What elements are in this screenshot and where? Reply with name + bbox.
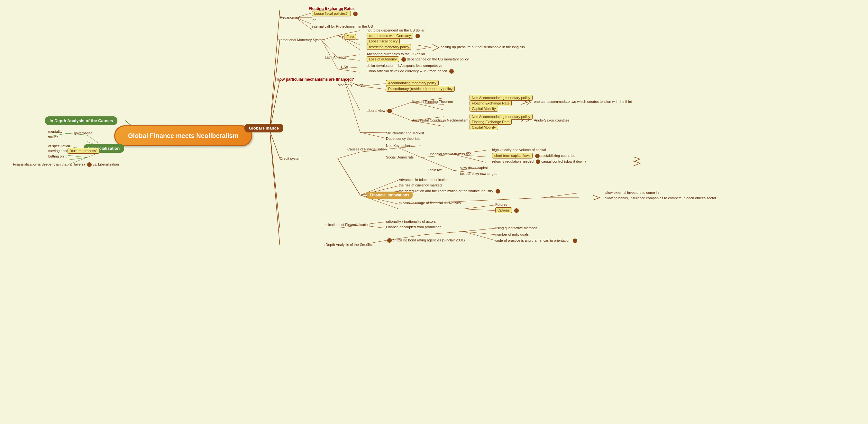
info-icon-12 <box>87 162 92 167</box>
global-finance-node: Global Finance <box>244 124 283 132</box>
reform-regulation-node: reform / regulation needed capital contr… <box>492 159 586 164</box>
number-of-individuals-node: number of individuals <box>495 232 529 236</box>
info-icon-7 <box>536 159 540 164</box>
anchoring-node: Anchoring currencies to the US dollar <box>367 52 425 56</box>
cultural-process-node: "cultural process" <box>67 149 99 153</box>
easing-up-node: easing up pressure but not sustainable i… <box>441 45 525 49</box>
svg-line-73 <box>463 231 495 235</box>
betting-on-it-node: betting on it <box>48 154 67 158</box>
restricted-monetary-policy-node: restricted monetary policy <box>367 45 411 49</box>
svg-line-85 <box>67 158 87 160</box>
causes-finacialisation-node: Causes of Finacialisation <box>347 147 386 151</box>
floating-exchange-rate-1-node: Floating Exchange Rate <box>469 101 512 105</box>
central-node: Global Finance meets Neoliberalism <box>114 125 252 146</box>
deregulation-node: the deregulation and the liberalization … <box>399 189 500 194</box>
svg-line-13 <box>296 18 312 30</box>
successful-country-node: Successful Country in Neoliberalism <box>412 118 468 122</box>
floating-exchange-rates-node: Floating Exchange Rates <box>309 6 355 11</box>
non-accomodating-1-node: Non Accommodating monetary policy <box>469 96 533 100</box>
svg-line-53 <box>338 159 360 195</box>
capital-mobility-2-node: Capital Mobility <box>469 125 498 129</box>
anglo-saxon-node: Anglo-Saxon countries <box>534 118 569 122</box>
social-democrats-node: Social Democrats <box>386 155 413 159</box>
neo-keynesians-node: Neo Keynesians <box>386 144 412 148</box>
info-icon-5 <box>388 109 392 113</box>
latin-america-node: Latin America <box>325 55 346 59</box>
loose-fiscal-policies-node: Loose fiscal policies?! <box>312 11 358 16</box>
code-of-practice-node: code of practice is anglo-american in or… <box>495 238 577 243</box>
credit-system-node: Credit system <box>280 157 301 160</box>
usa-node: USA <box>341 65 348 69</box>
rise-of-currency-node: the rise of currency markets <box>399 183 442 187</box>
svg-line-24 <box>321 40 338 69</box>
svg-line-4 <box>270 40 280 127</box>
tax-currency-node: tax currency exchanges <box>460 172 497 175</box>
financial-architecture-node: Financial architecture is fine <box>428 152 471 156</box>
finance-decoupled-node: Finance decoupled from production <box>386 225 441 229</box>
svg-line-26 <box>338 69 360 72</box>
in-depth-analysis-left: In Depth Analysis of the Causes <box>45 117 117 125</box>
tobin-tax-node: Tobin tax <box>428 168 442 172</box>
svg-line-64 <box>463 209 495 210</box>
svg-line-3 <box>270 10 280 125</box>
svg-line-8 <box>270 135 280 245</box>
svg-line-28 <box>360 84 386 86</box>
info-icon-10 <box>387 238 392 243</box>
svg-line-41 <box>360 132 386 138</box>
implications-node: Implications of Financialisation <box>321 223 370 227</box>
svg-line-29 <box>360 86 386 89</box>
svg-line-20 <box>416 47 431 50</box>
compromise-germany-node: compromise with Germany <box>367 34 420 38</box>
floating-exchange-rate-2-node: Floating Exchange Rate <box>469 120 512 124</box>
info-icon-8 <box>496 189 500 194</box>
not-dependent-node: not to be dependent on the US dollar <box>367 28 425 32</box>
dollar-devaluation-node: dollar devaluation – LA exports less com… <box>367 64 442 67</box>
info-icon-2 <box>415 34 420 38</box>
accomodating-node: Accomodating monetary policy <box>386 81 439 85</box>
rationality-node: rationality / irrationality of actors <box>386 220 436 223</box>
non-accomodating-2-node: Non Accommodating monetary policy <box>469 115 533 119</box>
svg-line-6 <box>270 132 280 159</box>
monetary-policy-node: Monetary Policy <box>338 83 363 87</box>
question-marks-node: ?? <box>312 18 316 22</box>
allow-external-node: allow external investors to come in <box>604 191 659 194</box>
values-node: values <box>48 135 59 139</box>
slow-down-capital-node: slow down capital <box>460 166 488 170</box>
structuralist-node: Structuralist and Marxist <box>386 131 424 135</box>
futures-node: Futures <box>495 202 507 206</box>
euro-node: Euro <box>344 35 356 39</box>
svg-line-42 <box>338 152 360 159</box>
internal-call-node: internal call for Protectionism in the U… <box>312 25 373 28</box>
mentality-node: mentality <box>48 130 62 133</box>
svg-line-74 <box>463 231 495 240</box>
short-term-capital-node: short term capital flows destabilizing c… <box>492 154 575 158</box>
excessive-usage-node: excessive usage of financial derivatives <box>399 201 461 205</box>
financialisation-deeper-node: Finansialization is deeper than that (al… <box>13 162 119 167</box>
info-icon-1 <box>353 11 358 16</box>
svg-line-19 <box>416 45 431 47</box>
dependency-node: Dependency theorists <box>386 137 420 140</box>
svg-line-59 <box>544 193 579 198</box>
info-icon-3 <box>401 57 406 62</box>
info-icon-11 <box>573 238 577 243</box>
svg-line-63 <box>463 205 495 209</box>
advances-telecom-node: Advances in telecommunications <box>399 178 450 182</box>
svg-line-71 <box>425 231 463 235</box>
svg-line-72 <box>463 228 495 231</box>
loss-autonomy-node: Loss of autonomy dependence on the US mo… <box>367 57 469 62</box>
info-icon-4 <box>449 69 454 74</box>
of-speculation-node: of speculation <box>48 144 70 148</box>
mindmap-container: Global Finance meets Neoliberalism Globa… <box>0 0 868 424</box>
liberal-view-node: Liberal view <box>367 109 392 113</box>
reganomics-node: Reganomics <box>280 15 300 19</box>
china-artificial-node: China artificial devalued currency – US … <box>367 69 454 74</box>
allowing-banks-node: allowing banks, insurance companies to c… <box>604 196 716 200</box>
mundell-fleming-node: Mundell-Fleming Theorem <box>412 100 453 103</box>
in-depth-causes-bottom-node: In Depth Analysis of the Causes <box>321 243 372 247</box>
one-accommodate-node: one can accommodate two which creates te… <box>534 100 632 103</box>
svg-line-5 <box>270 80 280 129</box>
svg-line-40 <box>360 132 386 133</box>
info-icon-6 <box>535 154 540 158</box>
svg-line-84 <box>67 155 87 158</box>
how-particular-node: How particular mechanisms are financed? <box>277 77 354 81</box>
